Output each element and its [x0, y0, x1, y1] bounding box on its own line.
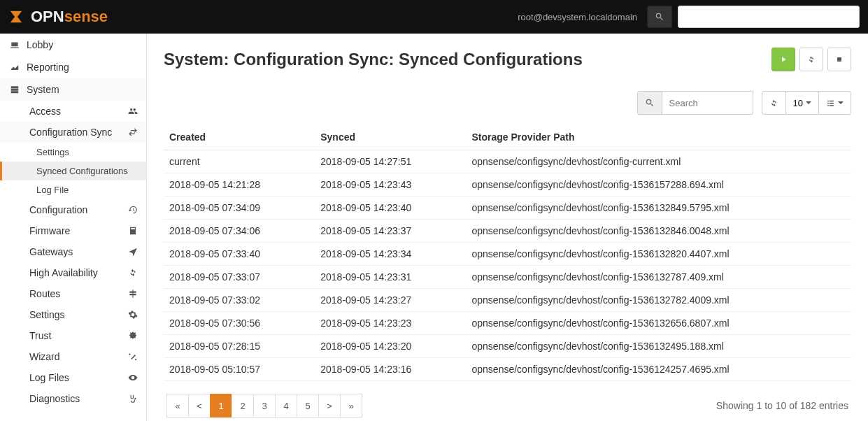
main-content: System: Configuration Sync: Synced Confi… — [147, 34, 868, 421]
table-row[interactable]: 2018-09-05 07:28:152018-09-05 14:23:20op… — [164, 335, 851, 358]
page-size-select[interactable]: 10 — [785, 91, 819, 115]
run-button[interactable] — [771, 48, 795, 71]
cell-path: opnsense/configsync/devhost/config-15361… — [467, 335, 852, 358]
table-row[interactable]: 2018-09-05 14:21:282018-09-05 14:23:43op… — [164, 173, 851, 197]
cell-synced: 2018-09-05 14:23:23 — [315, 312, 466, 335]
cell-synced: 2018-09-05 14:23:34 — [315, 243, 466, 266]
topbar-search-input[interactable] — [678, 6, 860, 28]
nav-label: Access — [29, 106, 61, 117]
cell-path: opnsense/configsync/devhost/config-15361… — [467, 243, 852, 266]
signpost-icon — [128, 289, 138, 299]
cell-created: 2018-09-05 07:33:07 — [164, 266, 315, 289]
cell-path: opnsense/configsync/devhost/config-15361… — [467, 358, 852, 381]
nav-system-logfiles[interactable]: Log Files — [0, 367, 146, 388]
nav-label: Reporting — [27, 62, 69, 73]
cell-created: 2018-09-05 07:30:56 — [164, 312, 315, 335]
topbar-search-button[interactable] — [647, 6, 672, 28]
search-icon — [655, 12, 664, 22]
table-row[interactable]: current2018-09-05 14:27:51opnsense/confi… — [164, 150, 851, 173]
laptop-icon — [8, 40, 21, 50]
history-icon — [128, 205, 138, 215]
nav-system-trust[interactable]: Trust — [0, 325, 146, 346]
page-button[interactable]: « — [166, 394, 189, 418]
nav-lobby[interactable]: Lobby — [0, 34, 146, 56]
cell-created: 2018-09-05 14:21:28 — [164, 173, 315, 197]
server-icon — [8, 85, 21, 94]
page-button[interactable]: 3 — [253, 394, 276, 418]
users-icon — [128, 106, 138, 116]
nav-system-configuration[interactable]: Configuration — [0, 199, 146, 220]
location-arrow-icon — [128, 247, 138, 257]
nav-reporting[interactable]: Reporting — [0, 56, 146, 78]
cell-path: opnsense/configsync/devhost/config-curre… — [467, 150, 852, 173]
nav-configsync-logfile[interactable]: Log File — [0, 180, 146, 199]
topbar: OPNsense root@devsystem.localdomain — [0, 0, 868, 34]
nav-system-firmware[interactable]: Firmware — [0, 220, 146, 241]
nav-label: System — [27, 84, 59, 95]
logo-text-second: sense — [64, 8, 108, 25]
nav-system-access[interactable]: Access — [0, 101, 146, 122]
nav-configsync-settings[interactable]: Settings — [0, 143, 146, 162]
nav-system-diagnostics[interactable]: Diagnostics — [0, 388, 146, 409]
cell-synced: 2018-09-05 14:23:43 — [315, 173, 466, 197]
table-row[interactable]: 2018-09-05 07:33:402018-09-05 14:23:34op… — [164, 243, 851, 266]
nav-system-configsync[interactable]: Configuration Sync — [0, 122, 146, 143]
nav-label: Lobby — [27, 39, 53, 50]
page-button[interactable]: 2 — [232, 394, 254, 418]
cell-synced: 2018-09-05 14:23:40 — [315, 197, 466, 220]
table-row[interactable]: 2018-09-05 07:33:072018-09-05 14:23:31op… — [164, 266, 851, 289]
cell-synced: 2018-09-05 14:23:37 — [315, 220, 466, 243]
nav-system-ha[interactable]: High Availability — [0, 262, 146, 283]
page-button[interactable]: < — [188, 394, 211, 418]
col-synced[interactable]: Synced — [315, 124, 466, 150]
cell-synced: 2018-09-05 14:27:51 — [315, 150, 466, 173]
entries-summary: Showing 1 to 10 of 182 entries — [716, 400, 848, 411]
cell-created: 2018-09-05 07:28:15 — [164, 335, 315, 358]
certificate-icon — [128, 331, 138, 341]
table-refresh-button[interactable] — [762, 91, 786, 115]
table-row[interactable]: 2018-09-05 07:30:562018-09-05 14:23:23op… — [164, 312, 851, 335]
refresh-icon — [128, 268, 138, 278]
page-button[interactable]: 1 — [210, 394, 232, 418]
nav-label: Configuration — [29, 204, 87, 215]
page-button[interactable]: 5 — [297, 394, 319, 418]
nav-system-routes[interactable]: Routes — [0, 283, 146, 304]
stethoscope-icon — [128, 394, 138, 404]
cell-created: current — [164, 150, 315, 173]
svg-rect-0 — [837, 57, 841, 62]
table-search-input[interactable] — [662, 91, 753, 115]
cell-created: 2018-09-05 07:34:09 — [164, 197, 315, 220]
logo[interactable]: OPNsense — [8, 8, 108, 26]
page-button[interactable]: 4 — [275, 394, 297, 418]
table-search-button[interactable] — [637, 91, 662, 115]
nav-system-gateways[interactable]: Gateways — [0, 241, 146, 262]
table-row[interactable]: 2018-09-05 07:33:022018-09-05 14:23:27op… — [164, 289, 851, 312]
cell-synced: 2018-09-05 14:23:31 — [315, 266, 466, 289]
refresh-icon — [769, 99, 778, 108]
cell-synced: 2018-09-05 14:23:20 — [315, 335, 466, 358]
stop-icon — [836, 56, 843, 63]
col-created[interactable]: Created — [164, 124, 315, 150]
cell-created: 2018-09-05 07:33:40 — [164, 243, 315, 266]
search-icon — [645, 98, 655, 108]
reload-button[interactable] — [799, 48, 823, 71]
user-label: root@devsystem.localdomain — [518, 12, 637, 22]
nav-label: Configuration Sync — [29, 127, 112, 138]
configs-table: Created Synced Storage Provider Path cur… — [164, 124, 851, 381]
table-row[interactable]: 2018-09-05 07:34:062018-09-05 14:23:37op… — [164, 220, 851, 243]
stop-button[interactable] — [827, 48, 851, 71]
page-button[interactable]: > — [318, 394, 341, 418]
nav-label: Settings — [29, 309, 65, 320]
sidebar: Lobby Reporting System Access Configurat… — [0, 34, 147, 421]
col-path[interactable]: Storage Provider Path — [467, 124, 852, 150]
table-row[interactable]: 2018-09-05 05:10:572018-09-05 14:23:16op… — [164, 358, 851, 381]
nav-label: Synced Configurations — [36, 166, 128, 176]
page-button[interactable]: » — [340, 394, 362, 418]
nav-system-settings[interactable]: Settings — [0, 304, 146, 325]
nav-system[interactable]: System — [0, 78, 146, 101]
columns-select[interactable] — [818, 91, 851, 115]
nav-system-wizard[interactable]: Wizard — [0, 346, 146, 367]
nav-label: Diagnostics — [29, 393, 80, 404]
table-row[interactable]: 2018-09-05 07:34:092018-09-05 14:23:40op… — [164, 197, 851, 220]
nav-configsync-synced[interactable]: Synced Configurations — [0, 162, 146, 180]
